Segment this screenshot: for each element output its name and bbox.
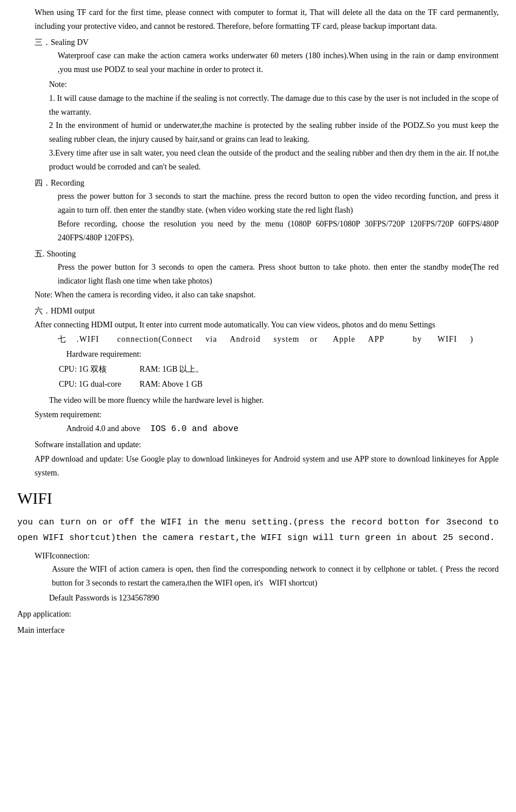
ram-english: RAM: Above 1 GB <box>140 377 221 391</box>
note2: 2 In the environment of humid or underwa… <box>49 119 499 146</box>
app-download: APP download and update: Use Google play… <box>35 452 499 480</box>
app-application: App application: <box>17 607 499 621</box>
wifi-connection-section: WIFIconnection: Assure the WIFI of actio… <box>35 549 499 590</box>
section4-body2: Before recording, choose the resolution … <box>58 217 499 245</box>
system-req: System requirement: <box>35 408 499 422</box>
section6-header: 六．HDMI output <box>35 304 499 318</box>
tf-card-text: When using TF card for the first time, p… <box>35 6 499 33</box>
section4-body1: press the power button for 3 seconds to … <box>58 190 499 217</box>
android-req: Android 4.0 and above <box>66 424 140 433</box>
main-interface: Main interface <box>17 624 499 637</box>
section3-header: 三．Sealing DV <box>35 36 499 50</box>
wifi-body: you can turn on or off the WIFI in the m… <box>17 515 499 546</box>
default-password-section: Default Passwords is 1234567890 <box>49 591 499 605</box>
cpu-chinese: CPU: 1G 双核 <box>59 362 138 376</box>
section5: 五. Shooting Press the power button for 3… <box>17 247 499 302</box>
ram-chinese: RAM: 1GB 以上。 <box>140 362 221 376</box>
section6-body: After connecting HDMI output, It enter i… <box>35 318 499 332</box>
hardware-req: Hardware requirement: <box>66 348 499 361</box>
section3: 三．Sealing DV Waterproof case can make th… <box>17 36 499 174</box>
section5-body: Press the power button for 3 seconds to … <box>58 260 499 288</box>
system-req-section: System requirement: Android 4.0 and abov… <box>35 408 499 480</box>
section7-header: 七 .WIFI connection(Connect via Android s… <box>58 333 499 346</box>
wifi-title: WIFI <box>17 485 499 512</box>
software-install: Software installation and update: <box>35 438 499 452</box>
default-password: Default Passwords is 1234567890 <box>49 591 499 605</box>
wifi-section: WIFI you can turn on or off the WIFI in … <box>17 485 499 546</box>
wifi-connection-label: WIFIconnection: <box>35 549 499 563</box>
section3-body: Waterproof case can make the action came… <box>58 49 499 77</box>
ios-req: IOS 6.0 and above <box>150 424 239 434</box>
tf-card-note: When using TF card for the first time, p… <box>35 6 499 33</box>
app-application-section: App application: Main interface <box>17 607 499 637</box>
wifi-connection-body: Assure the WIFI of action camera is open… <box>52 562 499 590</box>
hardware-table: CPU: 1G 双核 RAM: 1GB 以上。 CPU: 1G dual-cor… <box>58 361 222 392</box>
video-fluency: The video will be more fluency while the… <box>49 394 499 407</box>
note3: 3.Every time after use in salt water, yo… <box>49 146 499 174</box>
section7: 七 .WIFI connection(Connect via Android s… <box>17 333 499 407</box>
page-content: When using TF card for the first time, p… <box>17 6 499 637</box>
section5-note: Note: When the camera is recording video… <box>35 288 499 302</box>
section6: 六．HDMI output After connecting HDMI outp… <box>17 304 499 332</box>
note-label: Note: <box>49 78 499 92</box>
section4: 四．Recording press the power button for 3… <box>17 176 499 245</box>
cpu-english: CPU: 1G dual-core <box>59 377 138 391</box>
section4-header: 四．Recording <box>35 176 499 190</box>
note1: 1. It will cause damage to the machine i… <box>49 92 499 119</box>
section5-header: 五. Shooting <box>35 247 499 261</box>
